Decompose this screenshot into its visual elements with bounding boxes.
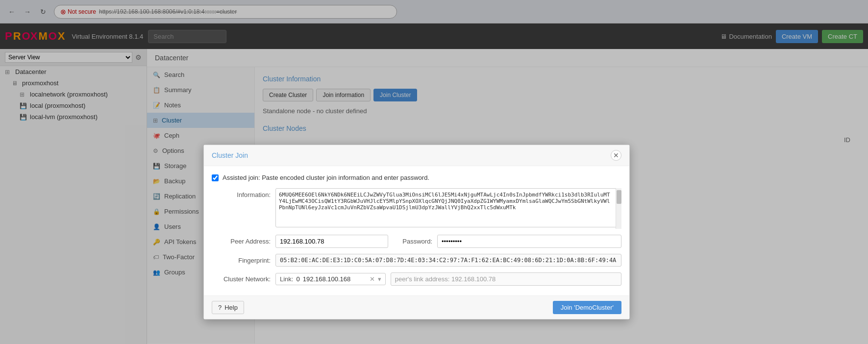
- peer-link-address: peer's link address: 192.168.100.78: [391, 272, 621, 286]
- information-label: Information:: [212, 188, 271, 198]
- information-row: Information: 6MUQ6MEE6OEl6NkY6NDk6NEEiLC…: [212, 188, 621, 229]
- modal-header: Cluster Join ✕: [204, 145, 629, 166]
- clear-icon[interactable]: ✕: [370, 275, 375, 283]
- chevron-down-icon[interactable]: ▾: [378, 275, 381, 283]
- help-icon: ?: [218, 304, 222, 311]
- link-number: 0: [296, 275, 299, 283]
- fingerprint-label: Fingerprint:: [212, 257, 271, 264]
- cluster-join-dialog: Cluster Join ✕ Assisted join: Paste enco…: [203, 145, 630, 319]
- information-textarea[interactable]: 6MUQ6MEE6OEl6NkY6NDk6NEEiLCJwZWVyTGlua3M…: [275, 188, 621, 227]
- modal-body: Assisted join: Paste encoded cluster joi…: [204, 166, 629, 295]
- password-label: Password:: [393, 238, 432, 245]
- help-button[interactable]: ? Help: [212, 301, 244, 314]
- peer-password-row: Peer Address: Password:: [212, 235, 621, 248]
- information-field: 6MUQ6MEE6OEl6NkY6NDk6NEEiLCJwZWVyTGlua3M…: [275, 188, 621, 229]
- link-box: Link: 0 ✕ ▾: [275, 273, 386, 285]
- link-ip-input[interactable]: [303, 275, 367, 283]
- fingerprint-value: 05:B2:0E:AC:DE:E3:1D:C0:5A:07:D8:7D:4E:0…: [275, 254, 621, 267]
- link-label: Link:: [280, 275, 293, 283]
- scrollbar-thumb: [617, 190, 621, 204]
- cluster-network-label: Cluster Network:: [212, 275, 271, 283]
- modal-title: Cluster Join: [212, 151, 248, 159]
- fingerprint-row: Fingerprint: 05:B2:0E:AC:DE:E3:1D:C0:5A:…: [212, 254, 621, 267]
- password-input[interactable]: [437, 235, 621, 248]
- join-democluster-button[interactable]: Join 'DemoCluster': [553, 301, 621, 314]
- cluster-network-row: Cluster Network: Link: 0 ✕ ▾ peer's link…: [212, 272, 621, 286]
- modal-close-button[interactable]: ✕: [611, 150, 621, 161]
- assisted-join-row: Assisted join: Paste encoded cluster joi…: [212, 174, 621, 181]
- assisted-join-label: Assisted join: Paste encoded cluster joi…: [223, 174, 429, 181]
- peer-address-label: Peer Address:: [212, 238, 271, 245]
- peer-address-input[interactable]: [275, 235, 388, 248]
- assisted-join-checkbox[interactable]: [212, 174, 219, 181]
- scrollbar-track: [616, 188, 621, 229]
- modal-footer: ? Help Join 'DemoCluster': [204, 295, 629, 319]
- modal-overlay: Cluster Join ✕ Assisted join: Paste enco…: [0, 0, 868, 344]
